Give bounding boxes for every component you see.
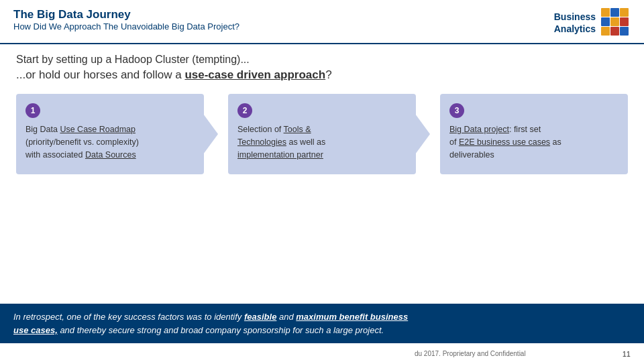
card-3: 3 Big Data project: first setof E2E busi…: [440, 94, 628, 174]
line2-end: ?: [325, 68, 331, 81]
arrow-2: [415, 114, 430, 154]
header-subtitle: How Did We Approach The Unavoidable Big …: [13, 21, 239, 32]
intro-line1: Start by setting up a Hadoop Cluster (te…: [16, 54, 628, 66]
bottom-banner: In retrospect, one of the key success fa…: [0, 304, 644, 343]
line2-plain: ...or hold our horses and follow a: [16, 68, 184, 81]
card-number-3: 3: [449, 103, 464, 118]
card-1: 1 Big Data Use Case Roadmap(priority/ben…: [16, 94, 204, 174]
header: The Big Data Journey How Did We Approach…: [0, 0, 644, 44]
brand-logo-icon: [601, 8, 631, 38]
card-number-2: 2: [237, 103, 252, 118]
card-text-3: Big Data project: first setof E2E busine…: [449, 123, 619, 161]
intro-line2: ...or hold our horses and follow a use-c…: [16, 68, 628, 82]
brand-box: Business Analytics: [554, 8, 631, 38]
card-number-1: 1: [25, 103, 40, 118]
brand-text: Business Analytics: [554, 11, 596, 35]
card-2: 2 Selection of Tools &Technologies as we…: [228, 94, 416, 174]
arrow-gap-1: [217, 94, 228, 174]
footer-spacer: [13, 350, 318, 358]
header-title: The Big Data Journey: [13, 8, 239, 21]
footer: du 2017. Proprietary and Confidential 11: [0, 350, 644, 358]
card-wrapper-1: 1 Big Data Use Case Roadmap(priority/ben…: [16, 94, 204, 174]
card-wrapper-3: 3 Big Data project: first setof E2E busi…: [440, 94, 628, 174]
cards-row: 1 Big Data Use Case Roadmap(priority/ben…: [16, 94, 628, 174]
page-number: 11: [623, 350, 631, 358]
arrow-1: [203, 114, 218, 154]
line2-underline: use-case driven approach: [184, 68, 325, 81]
card-text-1: Big Data Use Case Roadmap(priority/benef…: [25, 123, 195, 161]
footer-center: du 2017. Proprietary and Confidential: [318, 350, 623, 358]
banner-text: In retrospect, one of the key success fa…: [13, 312, 408, 335]
card-wrapper-2: 2 Selection of Tools &Technologies as we…: [228, 94, 416, 174]
header-title-block: The Big Data Journey How Did We Approach…: [13, 8, 239, 32]
main-content: Start by setting up a Hadoop Cluster (te…: [0, 44, 644, 193]
card-text-2: Selection of Tools &Technologies as well…: [237, 123, 407, 161]
arrow-gap-2: [429, 94, 440, 174]
